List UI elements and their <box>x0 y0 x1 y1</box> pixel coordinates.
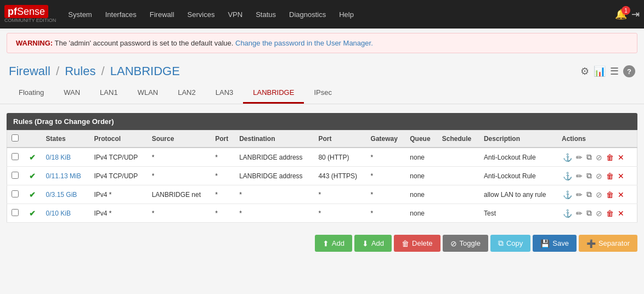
row-check-2[interactable] <box>12 190 19 197</box>
nav-firewall[interactable]: Firewall <box>144 7 180 22</box>
anchor-icon-0[interactable]: ⚓ <box>562 152 573 162</box>
row-schedule <box>438 204 479 223</box>
disable-icon-0[interactable]: ⊘ <box>595 152 603 162</box>
anchor-icon-1[interactable]: ⚓ <box>562 171 573 181</box>
toggle-icon: ⊘ <box>450 239 457 248</box>
brand-logo: pfSense COMMUNITY EDITION <box>4 6 56 23</box>
row-states: 0/18 KiB <box>42 148 90 167</box>
settings-icon[interactable]: ⚙ <box>580 65 589 77</box>
trash-icon-0[interactable]: 🗑 <box>605 152 615 162</box>
row-source: LANBRIDGE net <box>148 185 211 204</box>
tab-lan3[interactable]: LAN3 <box>206 83 244 104</box>
delete-button[interactable]: 🗑 Delete <box>394 235 440 252</box>
row-port-src: * <box>211 204 235 223</box>
tab-wan[interactable]: WAN <box>54 83 90 104</box>
breadcrumb-firewall[interactable]: Firewall <box>9 64 50 78</box>
edit-icon-0[interactable]: ✏ <box>575 152 584 162</box>
row-schedule <box>438 167 479 185</box>
row-destination: LANBRIDGE address <box>235 167 314 185</box>
table-row: ✔ 0/3.15 GiB IPv4 * LANBRIDGE net * * * … <box>7 185 637 204</box>
help-icon[interactable]: ? <box>623 65 635 77</box>
disable-icon-2[interactable]: ⊘ <box>595 190 603 200</box>
copy-row-icon-3[interactable]: ⧉ <box>585 208 593 218</box>
list-icon[interactable]: ☰ <box>610 65 619 77</box>
tab-lan2[interactable]: LAN2 <box>168 83 206 104</box>
nav-interfaces[interactable]: Interfaces <box>100 7 142 22</box>
disable-icon-1[interactable]: ⊘ <box>595 171 603 181</box>
nav-status[interactable]: Status <box>250 7 281 22</box>
tab-floating[interactable]: Floating <box>9 83 54 104</box>
copy-row-icon-2[interactable]: ⧉ <box>585 189 593 200</box>
row-source: * <box>148 167 211 185</box>
col-description: Description <box>479 131 557 148</box>
row-gateway: * <box>366 204 406 223</box>
logout-icon[interactable]: ⇥ <box>631 8 640 20</box>
chart-icon[interactable]: 📊 <box>594 65 606 77</box>
states-link-1[interactable]: 0/11.13 MiB <box>46 172 81 180</box>
trash-icon-2[interactable]: 🗑 <box>605 190 615 200</box>
nav-vpn[interactable]: VPN <box>222 7 248 22</box>
states-link-2[interactable]: 0/3.15 GiB <box>46 191 77 199</box>
edit-icon-3[interactable]: ✏ <box>575 208 584 218</box>
separator-icon: ➕ <box>586 239 596 248</box>
add-up-button[interactable]: ⬆ Add <box>315 235 352 252</box>
breadcrumb-current: LANBRIDGE <box>110 64 180 78</box>
nav-diagnostics[interactable]: Diagnostics <box>284 7 331 22</box>
trash-icon-3[interactable]: 🗑 <box>605 208 615 218</box>
col-states: States <box>42 131 90 148</box>
notification-badge: 1 <box>622 6 630 15</box>
select-all-checkbox[interactable] <box>12 134 19 142</box>
row-states: 0/11.13 MiB <box>42 167 90 185</box>
tab-lan1[interactable]: LAN1 <box>90 83 128 104</box>
row-check-0[interactable] <box>12 153 19 160</box>
edit-icon-2[interactable]: ✏ <box>575 190 584 200</box>
anchor-icon-2[interactable]: ⚓ <box>562 190 573 200</box>
col-protocol: Protocol <box>89 131 147 148</box>
notification-bell[interactable]: 🔔 1 <box>615 8 627 20</box>
x-icon-1[interactable]: ✕ <box>617 171 625 181</box>
add-down-button[interactable]: ⬇ Add <box>354 235 392 252</box>
nav-help[interactable]: Help <box>334 7 359 22</box>
tab-lanbridge[interactable]: LANBRIDGE <box>243 83 304 104</box>
col-actions: Actions <box>557 131 637 148</box>
row-schedule <box>438 185 479 204</box>
copy-row-icon-0[interactable]: ⧉ <box>585 152 593 162</box>
anchor-icon-3[interactable]: ⚓ <box>562 208 573 218</box>
table-row: ✔ 0/10 KiB IPv4 * * * * * * none Test ⚓ … <box>7 204 637 223</box>
save-button[interactable]: 💾 Save <box>533 235 577 252</box>
edit-icon-1[interactable]: ✏ <box>575 171 584 181</box>
rules-body: ✔ 0/18 KiB IPv4 TCP/UDP * * LANBRIDGE ad… <box>7 148 637 223</box>
row-port-dst: * <box>314 204 366 223</box>
breadcrumb-rules[interactable]: Rules <box>65 64 95 78</box>
breadcrumb: Firewall / Rules / LANBRIDGE <box>9 64 180 78</box>
row-port-dst: 443 (HTTPS) <box>314 167 366 185</box>
row-checkbox[interactable] <box>7 167 25 185</box>
row-check-1[interactable] <box>12 172 19 179</box>
tab-wlan[interactable]: WLAN <box>128 83 168 104</box>
toggle-button[interactable]: ⊘ Toggle <box>443 235 488 252</box>
nav-system[interactable]: System <box>63 7 97 22</box>
copy-button[interactable]: ⧉ Copy <box>490 235 530 252</box>
table-row: ✔ 0/11.13 MiB IPv4 TCP/UDP * * LANBRIDGE… <box>7 167 637 185</box>
x-icon-3[interactable]: ✕ <box>617 208 625 218</box>
row-checkbox[interactable] <box>7 204 25 223</box>
states-link-0[interactable]: 0/18 KiB <box>46 154 71 161</box>
warning-banner: WARNING: The 'admin' account password is… <box>7 33 637 53</box>
separator-button[interactable]: ➕ Separator <box>579 235 637 252</box>
nav-services[interactable]: Services <box>182 7 221 22</box>
x-icon-2[interactable]: ✕ <box>617 190 625 200</box>
row-queue: none <box>405 148 438 167</box>
row-protocol: IPv4 * <box>89 204 147 223</box>
trash-icon-1[interactable]: 🗑 <box>605 171 615 181</box>
row-checkbox[interactable] <box>7 185 25 204</box>
row-check-3[interactable] <box>12 209 19 216</box>
states-link-3[interactable]: 0/10 KiB <box>46 210 71 217</box>
x-icon-0[interactable]: ✕ <box>617 152 625 162</box>
tab-ipsec[interactable]: IPsec <box>304 83 342 104</box>
disable-icon-3[interactable]: ⊘ <box>595 208 603 218</box>
row-checkbox[interactable] <box>7 148 25 167</box>
warning-link[interactable]: Change the password in the User Manager. <box>235 39 373 47</box>
copy-row-icon-1[interactable]: ⧉ <box>585 171 593 181</box>
table-columns: States Protocol Source Port Destination … <box>7 131 637 148</box>
row-status: ✔ <box>25 167 42 185</box>
